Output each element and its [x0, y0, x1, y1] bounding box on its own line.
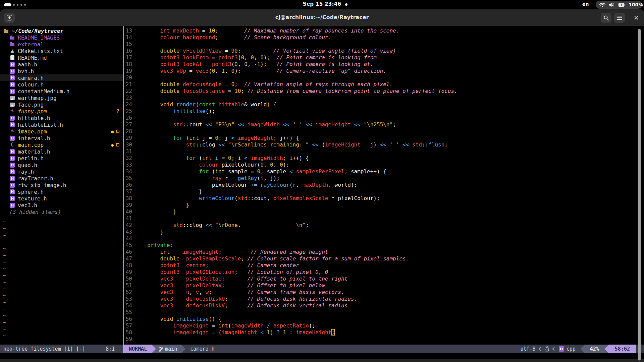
tree-item-funny.ppm[interactable]: *funny.ppm? [0, 108, 123, 115]
header-file-icon: H [9, 195, 15, 202]
terminal-scrollbar[interactable] [638, 29, 641, 361]
code-line-16[interactable]: 16 double vFieldOfView = 90; // Vertical… [124, 48, 644, 54]
code-line-56[interactable]: 56 void initialise() { [124, 316, 644, 322]
code-line-42[interactable]: 42 std::clog << "\rDone. \n"; [124, 222, 644, 229]
system-tray[interactable]: 100% [596, 1, 642, 9]
tree-item-interval.h[interactable]: Hinterval.h [0, 135, 123, 141]
code-line-36[interactable]: 36 pixelColour += rayColour(r, maxDepth,… [124, 182, 644, 188]
code-line-19[interactable]: 19 vec3 vUp = vec3(0, 1, 0); // Camera-r… [124, 68, 644, 74]
code-line-58[interactable]: 58 imageHeight = (imageHeight < 1) ? 1 :… [124, 329, 644, 336]
search-icon [603, 15, 609, 21]
code-line-30[interactable]: 30 std::clog << "\rScanlines remaining: … [124, 141, 644, 148]
code-line-48[interactable]: 48 point3 centre; // Camera center [124, 262, 644, 269]
ppm-file-icon: * [9, 128, 15, 135]
titlebar[interactable]: cj@archlinux:~/Code/Raytracer ✕ [0, 9, 644, 26]
code-line-54[interactable]: 54 vec3 defocusDiskV; // Defocus disk ve… [124, 302, 644, 309]
tree-item-rayTracer.h[interactable]: HrayTracer.h [0, 175, 123, 182]
code-line-26[interactable]: 26 [124, 115, 644, 121]
tree-item-hittable.h[interactable]: Hhittable.h [0, 115, 123, 121]
tree-item-label: ~/Code/Raytracer [12, 28, 63, 34]
tree-item-camera.h[interactable]: Hcamera.h [0, 74, 123, 81]
git-unstaged-icon [116, 130, 119, 133]
tree-item--Code-Raytracer[interactable]: ~/Code/Raytracer [0, 27, 123, 34]
code-line-28[interactable]: 28 [124, 128, 644, 135]
tree-item-README.md[interactable]: README.md [0, 54, 123, 61]
code-line-35[interactable]: 35 ray r = getRay(i, j); [124, 175, 644, 182]
code-line-53[interactable]: 53 vec3 defocusDiskU; // Defocus disk ho… [124, 296, 644, 302]
code-line-34[interactable]: 34 for (int sample = 0; sample < samples… [124, 168, 644, 175]
code-line-44[interactable]: 44 [124, 235, 644, 242]
code-line-24[interactable]: 24 void render(const hittable& world) { [124, 101, 644, 108]
code-line-22[interactable]: 22 double focusDistance = 10; // Distanc… [124, 88, 644, 95]
line-number: 26 [124, 115, 132, 121]
code-line-14[interactable]: 14 colour background; // Scene backgroun… [124, 34, 644, 41]
close-button[interactable]: ✕ [632, 13, 641, 22]
tree-item-hittableList.h[interactable]: HhittableList.h [0, 121, 123, 128]
code-line-33[interactable]: 33 colour pixelColour(0, 0, 0); [124, 162, 644, 168]
tree-item-sphere.h[interactable]: Hsphere.h [0, 188, 123, 195]
tree-item-README-IMAGES[interactable]: README_IMAGES [0, 34, 123, 41]
code-line-46[interactable]: 46 int imageHeight; // Rendered image he… [124, 249, 644, 255]
keyboard-layout-indicator[interactable]: en [582, 1, 589, 7]
code-line-50[interactable]: 50 vec3 pixelDeltaU; // Offset to pixel … [124, 276, 644, 282]
code-line-32[interactable]: 32 for (int i = 0; i < imageWidth; i++) … [124, 155, 644, 162]
tree-item-CMakeLists.txt[interactable]: CMakeLists.txt [0, 48, 123, 54]
code-line-18[interactable]: 18 point3 lookAt = point3(0, 0, -1); // … [124, 61, 644, 68]
code-line-51[interactable]: 51 vec3 pixelDeltaV; // Offset to pixel … [124, 282, 644, 289]
code-line-21[interactable]: 21 double defocusAngle = 0; // Variation… [124, 81, 644, 88]
code-line-20[interactable]: 20 [124, 74, 644, 81]
code-line-31[interactable]: 31 [124, 148, 644, 155]
line-number: 45 [124, 242, 132, 249]
tree-item-external[interactable]: external [0, 41, 123, 48]
tree-item--3-hidden-items-[interactable]: (3 hidden items) [0, 208, 123, 215]
code-line-17[interactable]: 17 point3 lookFrom = point3(0, 0, 0); //… [124, 54, 644, 61]
clock[interactable]: Sep 15 23:46 [0, 1, 644, 7]
tree-item-quad.h[interactable]: Hquad.h [0, 162, 123, 168]
code-line-45[interactable]: 45private: [124, 242, 644, 249]
tree-item-aabb.h[interactable]: Haabb.h [0, 61, 123, 68]
code-line-23[interactable]: 23 [124, 95, 644, 101]
line-number: 35 [124, 175, 132, 182]
code-line-55[interactable]: 55 [124, 309, 644, 316]
command-line[interactable] [0, 353, 644, 359]
code-line-27[interactable]: 27 std::cout << "P3\n" << imageWidth << … [124, 121, 644, 128]
tree-item-vec3.h[interactable]: Hvec3.h [0, 202, 123, 208]
tree-item-perlin.h[interactable]: Hperlin.h [0, 155, 123, 162]
tree-item-material.h[interactable]: Hmaterial.h [0, 148, 123, 155]
tree-item-bvh.h[interactable]: Hbvh.h [0, 68, 123, 74]
code-line-25[interactable]: 25 initialise(); [124, 108, 644, 115]
git-branch-segment[interactable]: main [156, 345, 181, 353]
code-line-41[interactable]: 41 [124, 215, 644, 222]
menu-button[interactable] [614, 13, 625, 23]
tree-item-rtw-stb-image.h[interactable]: Hrtw_stb_image.h [0, 182, 123, 188]
tree-item-earthmap.jpg[interactable]: earthmap.jpg [0, 95, 123, 101]
tree-item-ray.h[interactable]: Hray.h [0, 168, 123, 175]
tree-item-main.cpp[interactable]: Cmain.cpp● [0, 141, 123, 148]
code-line-37[interactable]: 37 } [124, 188, 644, 195]
tree-item-face.png[interactable]: face.png [0, 101, 123, 108]
tree-item-label: vec3.h [18, 202, 37, 208]
tree-item-image.ppm[interactable]: *image.ppm● [0, 128, 123, 135]
tree-item-constantMedium.h[interactable]: HconstantMedium.h [0, 88, 123, 95]
code-line-38[interactable]: 38 writeColour(std::cout, pixelSamplesSc… [124, 195, 644, 202]
code-line-29[interactable]: 29 for (int j = 0; j < imageHeight; j++)… [124, 135, 644, 141]
code-line-13[interactable]: 13 int maxDepth = 10; // Maximum number … [124, 27, 644, 34]
code-line-49[interactable]: 49 point3 pixel00Location; // Location o… [124, 269, 644, 276]
line-number: 57 [124, 322, 132, 329]
notification-dot-icon [345, 3, 347, 6]
code-line-40[interactable]: 40 } [124, 208, 644, 215]
code-editor[interactable]: 13 int maxDepth = 10; // Maximum number … [124, 26, 644, 345]
code-line-39[interactable]: 39 } [124, 202, 644, 208]
search-button[interactable] [601, 13, 611, 23]
code-line-15[interactable]: 15 [124, 41, 644, 48]
code-line-59[interactable]: 59 [124, 336, 644, 343]
powerline-arrow [181, 345, 185, 353]
code-line-47[interactable]: 47 double pixelSamplesScale; // Colour s… [124, 255, 644, 262]
tree-item-texture.h[interactable]: Htexture.h [0, 195, 123, 202]
tree-item-colour.h[interactable]: Hcolour.h [0, 81, 123, 88]
code-line-57[interactable]: 57 imageHeight = int(imageWidth / aspect… [124, 322, 644, 329]
git-modified-icon: ● [111, 129, 114, 134]
tree-item-label: colour.h [18, 81, 44, 88]
code-line-43[interactable]: 43 } [124, 229, 644, 235]
code-line-52[interactable]: 52 vec3 u, v, w; // Camera frame basis v… [124, 289, 644, 296]
